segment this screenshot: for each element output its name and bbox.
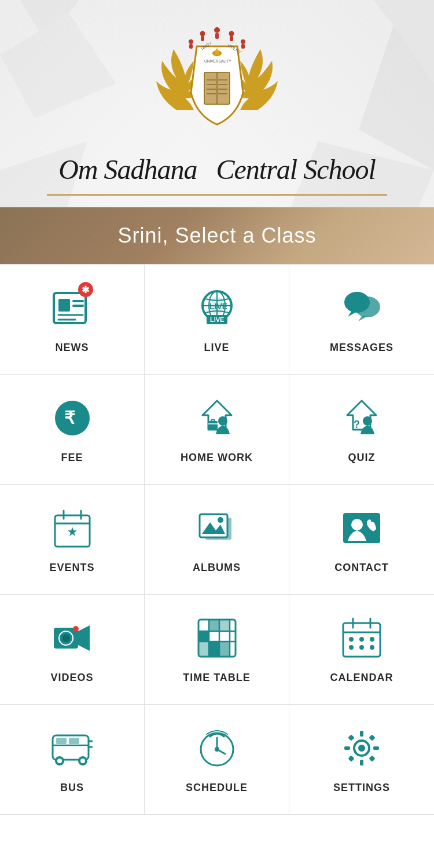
class-selection-banner: Srini, Select a Class bbox=[0, 207, 434, 264]
svg-rect-115 bbox=[373, 746, 379, 750]
svg-point-47 bbox=[355, 296, 380, 317]
albums-menu-item[interactable]: ALBUMS bbox=[145, 485, 289, 595]
albums-label: ALBUMS bbox=[193, 562, 241, 574]
svg-point-51 bbox=[218, 416, 227, 426]
svg-point-68 bbox=[351, 519, 363, 530]
svg-point-71 bbox=[62, 634, 70, 642]
bus-icon bbox=[49, 725, 95, 771]
svg-rect-20 bbox=[215, 33, 219, 39]
school-name-part2: Central School bbox=[216, 154, 376, 185]
events-menu-item[interactable]: EVENTS bbox=[0, 485, 145, 595]
svg-text:LIVE: LIVE bbox=[210, 316, 224, 323]
svg-point-94 bbox=[359, 645, 364, 650]
timetable-menu-item[interactable]: TIME TABLE bbox=[145, 595, 289, 705]
live-menu-item[interactable]: LIVE LIVE LIVE bbox=[145, 265, 289, 375]
events-icon bbox=[49, 505, 95, 551]
svg-point-56 bbox=[363, 416, 372, 426]
svg-rect-116 bbox=[348, 734, 354, 741]
quiz-menu-item[interactable]: ? QUIZ bbox=[289, 375, 434, 485]
menu-grid: ✱ NEWS LIVE LIVE LIVE bbox=[0, 264, 434, 815]
svg-marker-62 bbox=[68, 527, 77, 536]
svg-point-66 bbox=[218, 517, 223, 523]
svg-point-73 bbox=[73, 626, 79, 632]
svg-point-111 bbox=[358, 745, 365, 752]
bus-label: BUS bbox=[60, 782, 84, 794]
svg-point-91 bbox=[359, 637, 364, 642]
timetable-label: TIME TABLE bbox=[183, 672, 251, 684]
schedule-label: SCHEDULE bbox=[186, 782, 248, 794]
school-name-area: Om Sadhana Central School bbox=[47, 148, 387, 196]
live-icon: LIVE LIVE bbox=[194, 285, 240, 331]
school-name-part1: Om Sadhana bbox=[58, 154, 197, 185]
svg-point-23 bbox=[189, 39, 193, 44]
videos-menu-item[interactable]: VIDEOS bbox=[0, 595, 145, 705]
contact-label: CONTACT bbox=[334, 562, 389, 574]
svg-point-21 bbox=[200, 31, 205, 36]
quiz-label: QUIZ bbox=[348, 452, 376, 464]
svg-rect-22 bbox=[201, 36, 204, 41]
svg-text:UNIVERSALITY: UNIVERSALITY bbox=[204, 59, 232, 63]
svg-line-109 bbox=[217, 749, 225, 754]
fee-icon: ₹ bbox=[49, 395, 95, 441]
contact-menu-item[interactable]: CONTACT bbox=[289, 485, 434, 595]
calendar-label: CALENDAR bbox=[330, 672, 393, 684]
svg-rect-99 bbox=[69, 738, 79, 744]
svg-point-90 bbox=[349, 637, 354, 642]
svg-point-25 bbox=[229, 31, 234, 36]
calendar-icon bbox=[339, 615, 385, 661]
banner-text: Srini, Select a Class bbox=[117, 224, 316, 248]
svg-rect-84 bbox=[209, 642, 219, 656]
svg-point-19 bbox=[214, 27, 220, 33]
svg-text:₹: ₹ bbox=[64, 408, 76, 427]
svg-rect-82 bbox=[220, 642, 229, 656]
svg-rect-119 bbox=[369, 755, 375, 761]
svg-point-27 bbox=[241, 39, 245, 44]
homework-icon bbox=[194, 395, 240, 441]
messages-icon bbox=[339, 285, 385, 331]
svg-rect-83 bbox=[199, 642, 208, 656]
settings-menu-item[interactable]: SETTINGS bbox=[289, 705, 434, 815]
svg-point-95 bbox=[370, 645, 374, 650]
school-name: Om Sadhana Central School bbox=[58, 153, 376, 185]
svg-rect-113 bbox=[360, 760, 363, 766]
bus-menu-item[interactable]: BUS bbox=[0, 705, 145, 815]
videos-icon bbox=[49, 615, 95, 661]
calendar-menu-item[interactable]: CALENDAR bbox=[289, 595, 434, 705]
svg-rect-81 bbox=[209, 620, 219, 631]
svg-rect-33 bbox=[58, 299, 70, 312]
svg-rect-118 bbox=[348, 755, 354, 761]
svg-marker-55 bbox=[347, 401, 376, 430]
fee-label: FEE bbox=[61, 452, 83, 464]
svg-rect-98 bbox=[56, 738, 67, 744]
homework-label: HOME WORK bbox=[181, 452, 253, 464]
svg-rect-28 bbox=[241, 44, 245, 49]
svg-marker-72 bbox=[78, 625, 90, 651]
school-logo: UNITY UTILITY UNIVERSALITY bbox=[153, 17, 281, 145]
settings-icon bbox=[339, 725, 385, 771]
svg-rect-117 bbox=[369, 734, 375, 741]
settings-label: SETTINGS bbox=[333, 782, 390, 794]
contact-icon bbox=[339, 505, 385, 551]
svg-rect-112 bbox=[360, 731, 363, 737]
messages-menu-item[interactable]: MESSAGES bbox=[289, 265, 434, 375]
quiz-icon: ? bbox=[339, 395, 385, 441]
albums-icon bbox=[194, 505, 240, 551]
live-label: LIVE bbox=[204, 342, 229, 354]
fee-menu-item[interactable]: ₹ FEE bbox=[0, 375, 145, 485]
svg-rect-114 bbox=[344, 746, 350, 750]
svg-point-101 bbox=[57, 759, 62, 763]
news-label: NEWS bbox=[56, 342, 89, 354]
news-badge: ✱ bbox=[78, 282, 93, 297]
svg-point-93 bbox=[349, 645, 354, 650]
svg-rect-24 bbox=[189, 44, 193, 49]
svg-rect-85 bbox=[220, 620, 229, 631]
events-label: EVENTS bbox=[49, 562, 94, 574]
homework-menu-item[interactable]: HOME WORK bbox=[145, 375, 289, 485]
timetable-icon bbox=[194, 615, 240, 661]
svg-marker-3 bbox=[0, 14, 116, 118]
schedule-menu-item[interactable]: SCHEDULE bbox=[145, 705, 289, 815]
svg-point-18 bbox=[214, 52, 220, 55]
svg-rect-26 bbox=[230, 36, 233, 41]
schedule-icon bbox=[194, 725, 240, 771]
news-menu-item[interactable]: ✱ NEWS bbox=[0, 265, 145, 375]
